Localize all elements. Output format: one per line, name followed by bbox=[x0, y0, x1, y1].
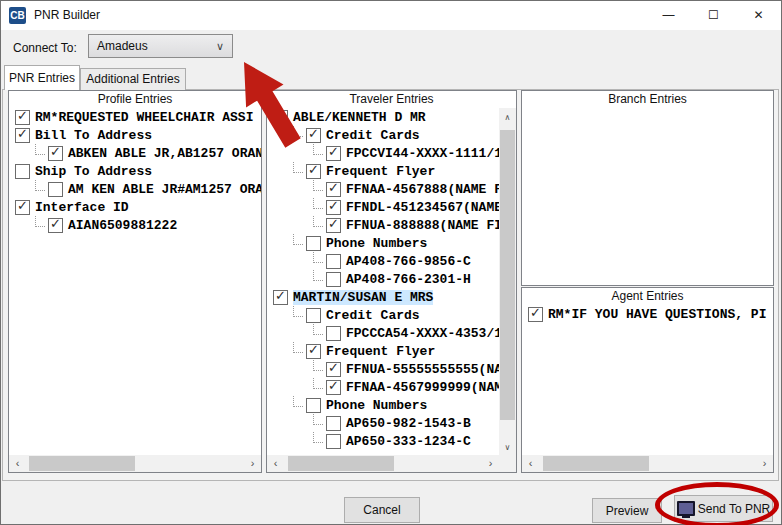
checked-checkbox-icon[interactable] bbox=[15, 110, 30, 125]
tree-connector bbox=[313, 270, 323, 281]
scrollbar-thumb[interactable] bbox=[500, 130, 515, 420]
cancel-button[interactable]: Cancel bbox=[344, 497, 420, 523]
unchecked-checkbox-icon[interactable] bbox=[15, 164, 30, 179]
scrollbar-thumb[interactable] bbox=[543, 456, 649, 471]
tree-item[interactable]: FFNDL-451234567(NAME F bbox=[267, 198, 499, 216]
tree-item[interactable]: AP650-982-1543-B bbox=[267, 414, 499, 432]
tree-item[interactable]: Interface ID bbox=[9, 198, 261, 216]
tree-item-label[interactable]: Frequent Flyer bbox=[326, 344, 435, 359]
tree-item-label[interactable]: FPCCVI44-XXXX-1111/122 bbox=[346, 146, 499, 161]
tree-item[interactable]: FFNAA-4567999999(NAME bbox=[267, 378, 499, 396]
agent-entries-header: Agent Entries bbox=[522, 288, 773, 306]
agent-horizontal-scrollbar[interactable] bbox=[522, 455, 773, 472]
pnr-builder-window: CB PNR Builder — ☐ ✕ Connect To: Amadeus… bbox=[0, 0, 782, 525]
scrollbar-thumb[interactable] bbox=[288, 456, 394, 471]
checked-checkbox-icon[interactable] bbox=[326, 146, 341, 161]
unchecked-checkbox-icon[interactable] bbox=[326, 272, 341, 287]
tree-item-label[interactable]: Credit Cards bbox=[326, 128, 420, 143]
tree-item-label[interactable]: FFNAA-4567999999(NAME bbox=[346, 380, 499, 395]
scroll-left-icon[interactable] bbox=[9, 455, 26, 472]
tree-item-label[interactable]: FFNAA-4567888(NAME FIE bbox=[346, 182, 499, 197]
scrollbar-thumb[interactable] bbox=[29, 456, 135, 471]
tree-item-label[interactable]: FFNUA-55555555555(NAME bbox=[346, 362, 499, 377]
unchecked-checkbox-icon[interactable] bbox=[326, 254, 341, 269]
close-icon[interactable]: ✕ bbox=[736, 1, 781, 30]
checked-checkbox-icon[interactable] bbox=[326, 182, 341, 197]
unchecked-checkbox-icon[interactable] bbox=[306, 398, 321, 413]
profile-horizontal-scrollbar[interactable] bbox=[9, 455, 261, 472]
scroll-down-icon[interactable] bbox=[499, 438, 516, 455]
unchecked-checkbox-icon[interactable] bbox=[326, 416, 341, 431]
checked-checkbox-icon[interactable] bbox=[528, 307, 543, 322]
checked-checkbox-icon[interactable] bbox=[15, 200, 30, 215]
tree-item[interactable]: Frequent Flyer bbox=[267, 342, 499, 360]
tree-item[interactable]: Credit Cards bbox=[267, 306, 499, 324]
tree-connector bbox=[313, 180, 323, 191]
minimize-icon[interactable]: — bbox=[646, 1, 691, 30]
tree-item-label[interactable]: MARTIN/SUSAN E MRS bbox=[293, 290, 433, 305]
tree-item-label[interactable]: FFNDL-451234567(NAME F bbox=[346, 200, 499, 215]
tree-item-label[interactable]: AP408-766-9856-C bbox=[346, 254, 471, 269]
scroll-right-icon[interactable] bbox=[756, 455, 773, 472]
traveler-horizontal-scrollbar[interactable] bbox=[267, 455, 499, 472]
unchecked-checkbox-icon[interactable] bbox=[306, 236, 321, 251]
tree-item[interactable]: Phone Numbers bbox=[267, 234, 499, 252]
tree-item[interactable]: AP650-333-1234-C bbox=[267, 432, 499, 450]
tree-item-label[interactable]: Phone Numbers bbox=[326, 236, 427, 251]
checked-checkbox-icon[interactable] bbox=[326, 362, 341, 377]
checked-checkbox-icon[interactable] bbox=[15, 128, 30, 143]
maximize-icon[interactable]: ☐ bbox=[691, 1, 736, 30]
checked-checkbox-icon[interactable] bbox=[306, 344, 321, 359]
tree-item-label[interactable]: AM KEN ABLE JR#AM1257 ORAN bbox=[68, 182, 261, 197]
tree-item-label[interactable]: Credit Cards bbox=[326, 308, 420, 323]
unchecked-checkbox-icon[interactable] bbox=[326, 326, 341, 341]
tree-item-label[interactable]: AP650-333-1234-C bbox=[346, 434, 471, 449]
tab-pnr-entries[interactable]: PNR Entries bbox=[4, 65, 80, 90]
tree-item-label[interactable]: Interface ID bbox=[35, 200, 129, 215]
tree-item[interactable]: AM KEN ABLE JR#AM1257 ORAN bbox=[9, 180, 261, 198]
tree-item-label[interactable]: Frequent Flyer bbox=[326, 164, 435, 179]
unchecked-checkbox-icon[interactable] bbox=[326, 434, 341, 449]
unchecked-checkbox-icon[interactable] bbox=[48, 182, 63, 197]
tree-item-label[interactable]: AIAN6509881222 bbox=[68, 218, 177, 233]
tree-item[interactable]: FFNUA-55555555555(NAME bbox=[267, 360, 499, 378]
traveler-vertical-scrollbar[interactable] bbox=[499, 108, 516, 455]
tree-item[interactable]: FFNAA-4567888(NAME FIE bbox=[267, 180, 499, 198]
tree-item[interactable]: RM*IF YOU HAVE QUESTIONS, PI bbox=[522, 305, 773, 323]
tree-item[interactable]: MARTIN/SUSAN E MRS bbox=[267, 288, 499, 306]
tree-item[interactable]: Phone Numbers bbox=[267, 396, 499, 414]
checked-checkbox-icon[interactable] bbox=[273, 290, 288, 305]
checked-checkbox-icon[interactable] bbox=[326, 218, 341, 233]
arrow-shape bbox=[244, 62, 301, 148]
tree-item-label[interactable]: FFNUA-888888(NAME FIEL bbox=[346, 218, 499, 233]
checked-checkbox-icon[interactable] bbox=[326, 380, 341, 395]
tree-item[interactable]: AP408-766-9856-C bbox=[267, 252, 499, 270]
tree-item-label[interactable]: AP408-766-2301-H bbox=[346, 272, 471, 287]
scroll-right-icon[interactable] bbox=[244, 455, 261, 472]
agent-entries-panel: Agent Entries RM*IF YOU HAVE QUESTIONS, … bbox=[521, 287, 774, 473]
tree-connector bbox=[313, 432, 323, 443]
tree-item-label[interactable]: Ship To Address bbox=[35, 164, 152, 179]
tree-item-label[interactable]: RM*IF YOU HAVE QUESTIONS, PI bbox=[548, 307, 766, 322]
tree-connector bbox=[293, 234, 303, 245]
tree-connector bbox=[313, 360, 323, 371]
unchecked-checkbox-icon[interactable] bbox=[306, 308, 321, 323]
tree-item-label[interactable]: AP650-982-1543-B bbox=[346, 416, 471, 431]
tree-item[interactable]: AIAN6509881222 bbox=[9, 216, 261, 234]
checked-checkbox-icon[interactable] bbox=[326, 200, 341, 215]
tree-item-label[interactable]: Phone Numbers bbox=[326, 398, 427, 413]
tree-item-label[interactable]: FPCCCA54-XXXX-4353/122 bbox=[346, 326, 499, 341]
scroll-left-icon[interactable] bbox=[267, 455, 284, 472]
tree-item[interactable]: FFNUA-888888(NAME FIEL bbox=[267, 216, 499, 234]
scroll-left-icon[interactable] bbox=[522, 455, 539, 472]
tree-connector bbox=[313, 414, 323, 425]
tree-item-label[interactable]: Bill To Address bbox=[35, 128, 152, 143]
tree-item[interactable]: FPCCCA54-XXXX-4353/122 bbox=[267, 324, 499, 342]
preview-button[interactable]: Preview bbox=[592, 498, 662, 523]
checked-checkbox-icon[interactable] bbox=[48, 146, 63, 161]
tree-item[interactable]: AP408-766-2301-H bbox=[267, 270, 499, 288]
tab-additional-entries[interactable]: Additional Entries bbox=[80, 68, 186, 90]
scroll-up-icon[interactable] bbox=[499, 108, 516, 125]
checked-checkbox-icon[interactable] bbox=[48, 218, 63, 233]
scroll-right-icon[interactable] bbox=[482, 455, 499, 472]
